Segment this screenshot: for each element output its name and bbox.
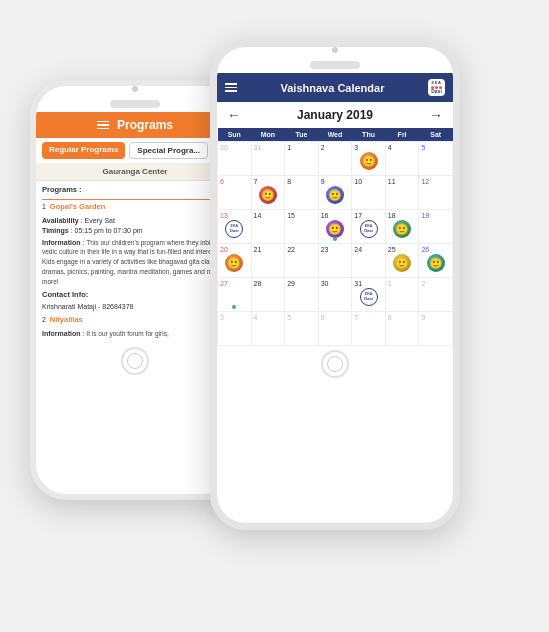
day-number: 20 (220, 246, 249, 253)
calendar-cell[interactable]: 13EKADasi (218, 210, 252, 244)
home-button-right[interactable] (321, 350, 349, 378)
scene: Programs Regular Programs Special Progra… (0, 0, 549, 632)
calendar-cell[interactable]: 6 (218, 176, 252, 210)
calendar-cell[interactable]: 25🙂 (385, 244, 419, 278)
calendar-cell[interactable]: 19 (419, 210, 453, 244)
day-header-thu: Thu (352, 128, 386, 142)
calendar-cell[interactable]: 30 (318, 278, 352, 312)
programs-label: Programs : (42, 185, 228, 196)
day-number: 13 (220, 212, 249, 219)
month-year-title: January 2019 (297, 108, 373, 122)
prev-month-arrow[interactable]: ← (227, 107, 241, 123)
calendar-cell[interactable]: 9🙂 (318, 176, 352, 210)
program1-time: 05:15 pm to 07:30 pm (75, 227, 143, 234)
camera-dot-left (132, 86, 138, 92)
event-avatar: 🙂 (393, 220, 411, 238)
day-header-sun: Sun (218, 128, 252, 142)
event-dot (232, 305, 236, 309)
calendar-cell[interactable]: 1 (385, 278, 419, 312)
calendar-cell[interactable]: 3 (218, 312, 252, 346)
event-avatar: 🙂 (225, 254, 243, 272)
day-number: 10 (354, 178, 383, 185)
day-number: 22 (287, 246, 316, 253)
calendar-cell[interactable]: 23 (318, 244, 352, 278)
program1-avail-row: Availability : Every Sat (42, 216, 228, 226)
calendar-cell[interactable]: 21 (251, 244, 285, 278)
day-number: 11 (388, 178, 417, 185)
calendar-cell[interactable]: 31EKADasi (352, 278, 386, 312)
calendar-cell[interactable]: 2 (318, 142, 352, 176)
tab-row: Regular Programs Special Progra... (36, 138, 234, 163)
calendar-cell[interactable]: 4 (251, 312, 285, 346)
ekadasi-top: EKA (432, 81, 442, 85)
left-header: Programs (36, 112, 234, 138)
day-header-mon: Mon (251, 128, 285, 142)
hamburger-line (225, 83, 237, 85)
day-number: 17 (354, 212, 383, 219)
contact-person: Krishnarati Mataji - 82684378 (42, 302, 228, 312)
calendar-cell[interactable]: 3🙂 (352, 142, 386, 176)
calendar-header-row: Sun Mon Tue Wed Thu Fri Sat (218, 128, 453, 142)
day-number: 2 (421, 280, 450, 287)
home-button-left[interactable] (121, 347, 149, 375)
calendar-cell[interactable]: 2 (419, 278, 453, 312)
calendar-cell[interactable]: 14 (251, 210, 285, 244)
ekadasi-event: EKADasi (225, 220, 243, 238)
day-number: 29 (287, 280, 316, 287)
speaker-right (310, 61, 360, 69)
day-number: 1 (287, 144, 316, 151)
calendar-cell[interactable]: 5 (419, 142, 453, 176)
calendar-cell[interactable]: 24 (352, 244, 386, 278)
calendar-cell[interactable]: 28 (251, 278, 285, 312)
calendar-cell[interactable]: 8 (285, 176, 319, 210)
calendar-cell[interactable]: 17EKADasi (352, 210, 386, 244)
calendar-cell[interactable]: 12 (419, 176, 453, 210)
calendar-cell[interactable]: 16🙂 (318, 210, 352, 244)
calendar-grid: Sun Mon Tue Wed Thu Fri Sat 3031123🙂4567… (217, 128, 453, 346)
tab-regular[interactable]: Regular Programs (42, 142, 125, 159)
calendar-cell[interactable]: 30 (218, 142, 252, 176)
day-header-sat: Sat (419, 128, 453, 142)
day-number: 5 (287, 314, 316, 321)
calendar-cell[interactable]: 31 (251, 142, 285, 176)
event-avatar: 🙂 (360, 152, 378, 170)
ekadasi-event: EKADasi (360, 288, 378, 306)
programs-list: Programs : 1 Gopal's Garden Availability… (36, 181, 234, 343)
calendar-cell[interactable]: 6 (318, 312, 352, 346)
program2-info-row: Information : It is our youth forum for … (42, 329, 228, 339)
hamburger-line (97, 128, 109, 130)
day-number: 6 (220, 178, 249, 185)
calendar-cell[interactable]: 1 (285, 142, 319, 176)
day-number: 21 (254, 246, 283, 253)
calendar-week-row: 2728293031EKADasi12 (218, 278, 453, 312)
day-number: 27 (220, 280, 249, 287)
calendar-cell[interactable]: 9 (419, 312, 453, 346)
calendar-cell[interactable]: 26🙂 (419, 244, 453, 278)
calendar-cell[interactable]: 7 (352, 312, 386, 346)
calendar-cell[interactable]: 27 (218, 278, 252, 312)
calendar-cell[interactable]: 4 (385, 142, 419, 176)
event-avatar: 🙂 (326, 220, 344, 238)
hamburger-icon[interactable] (97, 121, 109, 130)
calendar-week-row: 20🙂2122232425🙂26🙂 (218, 244, 453, 278)
day-number: 26 (421, 246, 450, 253)
calendar-cell[interactable]: 10 (352, 176, 386, 210)
program1-avail: Every Sat (85, 217, 115, 224)
calendar-cell[interactable]: 8 (385, 312, 419, 346)
calendar-cell[interactable]: 22 (285, 244, 319, 278)
calendar-cell[interactable]: 11 (385, 176, 419, 210)
calendar-cell[interactable]: 29 (285, 278, 319, 312)
right-header: Vaishnava Calendar EKA Dasi (217, 73, 453, 102)
calendar-cell[interactable]: 18🙂 (385, 210, 419, 244)
next-month-arrow[interactable]: → (429, 107, 443, 123)
calendar-cell[interactable]: 15 (285, 210, 319, 244)
calendar-cell[interactable]: 7🙂 (251, 176, 285, 210)
program2-num: 2 (42, 316, 46, 323)
tab-special[interactable]: Special Progra... (129, 142, 208, 159)
event-avatar: 🙂 (393, 254, 411, 272)
avail-label: Availability (42, 217, 79, 224)
calendar-cell[interactable]: 20🙂 (218, 244, 252, 278)
right-hamburger-icon[interactable] (225, 83, 237, 92)
calendar-cell[interactable]: 5 (285, 312, 319, 346)
ekadasi-event: EKADasi (360, 220, 378, 238)
